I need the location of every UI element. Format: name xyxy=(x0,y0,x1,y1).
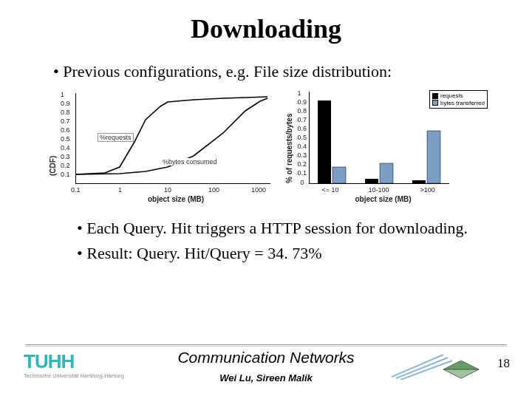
cdf-ann-bytes: %bytes consumed xyxy=(163,158,217,166)
bar-ytick: 0.5 xyxy=(297,134,307,141)
svg-marker-10 xyxy=(443,369,479,378)
svg-rect-0 xyxy=(318,100,331,183)
bar-bars xyxy=(309,92,449,183)
cdf-ylabel: (CDF) xyxy=(49,156,57,176)
bar-ytick: 0.8 xyxy=(297,107,307,115)
svg-rect-5 xyxy=(427,131,440,183)
cdf-ytick: 0.2 xyxy=(61,162,70,169)
bar-ytick: 0.7 xyxy=(297,116,307,123)
cdf-ann-requests: %requests xyxy=(98,133,134,142)
svg-rect-2 xyxy=(365,179,378,183)
charts-row: (CDF) 1 0.9 0.8 0.7 0.6 0.5 0.4 0.3 0.2 … xyxy=(44,87,488,205)
cdf-xtick: 100 xyxy=(208,186,219,194)
slide-footer: Communication Networks Wei Lu, Sireen Ma… xyxy=(0,344,532,399)
bar-cat: >100 xyxy=(420,186,434,194)
bar-ytick: 0.1 xyxy=(297,169,307,177)
bar-chart: % of requests/bytes 1 0.9 0.8 0.7 0.6 0.… xyxy=(281,87,488,205)
bar-ytick: 1 xyxy=(297,89,301,97)
cdf-xtick: 1000 xyxy=(251,186,266,194)
bar-cat: <= 10 xyxy=(321,186,338,194)
cdf-xtick: 10 xyxy=(164,186,171,194)
bar-ytick: 0 xyxy=(300,179,304,186)
cdf-xlabel: object size (MB) xyxy=(148,195,204,203)
bar-ytick: 0.2 xyxy=(297,160,307,168)
bar-ytick: 0.9 xyxy=(297,98,307,106)
logo-sub-text: Technische Universität Hamburg-Harburg xyxy=(24,373,124,378)
cdf-ytick: 0.8 xyxy=(61,109,70,116)
cdf-xtick: 1 xyxy=(118,186,122,194)
cdf-chart: (CDF) 1 0.9 0.8 0.7 0.6 0.5 0.4 0.3 0.2 … xyxy=(44,87,272,205)
cdf-ytick: 0.1 xyxy=(61,171,70,178)
bullet-1: Previous configurations, e.g. File size … xyxy=(53,62,488,81)
bar-ytick: 0.3 xyxy=(297,151,307,159)
cdf-ytick: 0.4 xyxy=(61,144,70,151)
bullet-3: Result: Query. Hit/Query = 34. 73% xyxy=(77,244,488,263)
bar-ytick: 0.6 xyxy=(297,125,307,132)
svg-line-7 xyxy=(396,358,448,378)
cdf-xtick: 0.1 xyxy=(71,186,81,194)
cdf-ytick: 0.7 xyxy=(61,117,70,125)
legend-label: requests xyxy=(440,92,463,100)
svg-rect-4 xyxy=(412,180,426,183)
legend-label: bytes transferred xyxy=(440,100,485,107)
cdf-ytick: 0.3 xyxy=(61,153,70,160)
bar-legend: requests bytes transferred xyxy=(429,90,488,109)
cdf-ytick: 0.9 xyxy=(61,100,70,107)
bar-cat: 10-100 xyxy=(368,186,389,194)
page-number: 18 xyxy=(497,356,510,371)
cdf-ytick: 0.5 xyxy=(61,135,70,143)
cdf-ytick: 1 xyxy=(61,91,64,98)
bar-ytick: 0.4 xyxy=(297,143,307,150)
footer-decor-icon xyxy=(392,350,480,380)
cdf-ytick: 0.6 xyxy=(61,126,70,134)
tuhh-logo: TUHH Technische Universität Hamburg-Harb… xyxy=(24,350,124,378)
bar-ylabel: % of requests/bytes xyxy=(285,114,293,183)
bullet-2: Each Query. Hit triggers a HTTP session … xyxy=(77,219,488,238)
svg-rect-1 xyxy=(332,167,346,183)
bar-xlabel: object size (MB) xyxy=(355,195,411,203)
svg-rect-3 xyxy=(380,163,393,183)
logo-main-text: TUHH xyxy=(24,350,124,373)
slide-title: Downloading xyxy=(44,13,488,44)
